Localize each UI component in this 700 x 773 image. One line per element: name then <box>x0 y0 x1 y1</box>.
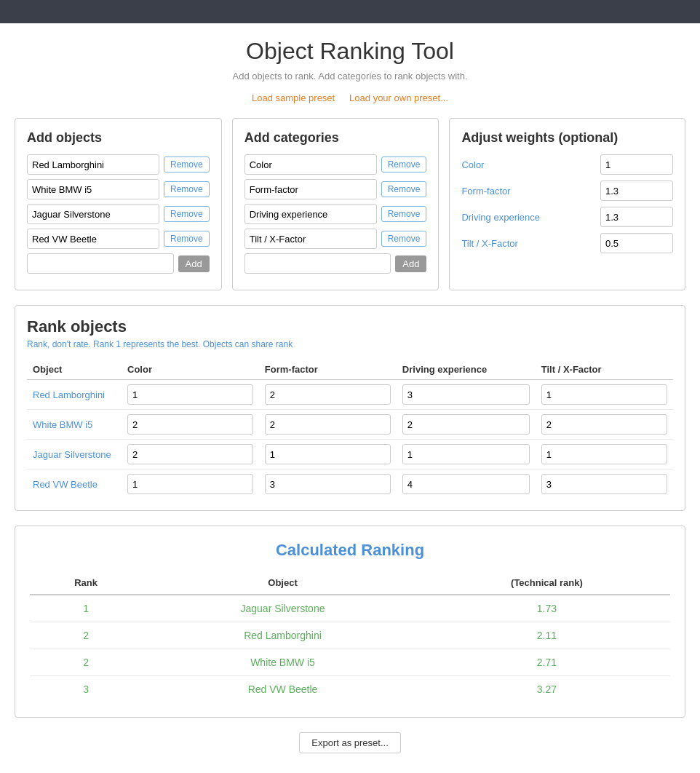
export-button[interactable]: Export as preset... <box>299 732 401 753</box>
table-row: Jaguar Silverstone <box>27 440 673 469</box>
add-categories-title: Add categories <box>244 130 427 146</box>
result-rank: 2 <box>30 649 142 676</box>
result-technical: 2.11 <box>423 622 670 649</box>
results-panel: Calculated Ranking Rank Object (Technica… <box>15 526 685 718</box>
col-object: Object <box>27 360 122 380</box>
weight-input[interactable] <box>600 154 673 175</box>
result-row: 3 Red VW Beetle 3.27 <box>30 676 670 703</box>
table-row: Red Lamborghini <box>27 380 673 410</box>
category-input[interactable] <box>244 229 377 249</box>
weight-label: Tilt / X-Factor <box>461 238 600 249</box>
object-name: Red Lamborghini <box>33 389 105 400</box>
object-input[interactable] <box>27 154 159 175</box>
add-category-button[interactable]: Add <box>395 255 426 272</box>
remove-object-button[interactable]: Remove <box>164 206 210 222</box>
rank-tbody: Red Lamborghini White BMW i5 Jaguar Silv… <box>27 380 673 499</box>
add-category-input[interactable] <box>244 253 391 274</box>
category-input[interactable] <box>244 204 377 224</box>
weight-label: Color <box>461 159 600 170</box>
table-row: Red VW Beetle <box>27 469 673 499</box>
col-tilt: Tilt / X-Factor <box>536 360 673 380</box>
object-row: Remove <box>27 154 210 175</box>
add-object-input[interactable] <box>27 253 174 274</box>
rank-tilt-input[interactable] <box>541 384 667 405</box>
col-form: Form-factor <box>259 360 397 380</box>
remove-category-button[interactable]: Remove <box>381 206 427 222</box>
category-row: Remove <box>244 154 427 175</box>
rank-driving-input[interactable] <box>402 444 530 464</box>
weight-input[interactable] <box>600 181 673 201</box>
rank-color-input[interactable] <box>127 474 253 494</box>
remove-category-button[interactable]: Remove <box>381 156 427 173</box>
page-subtitle: Add objects to rank. Add categories to r… <box>15 71 685 82</box>
add-object-button[interactable]: Add <box>178 255 210 272</box>
rank-driving-input[interactable] <box>402 414 530 435</box>
rank-form-input[interactable] <box>265 414 391 435</box>
result-technical: 3.27 <box>423 676 670 703</box>
weight-row: Tilt / X-Factor <box>461 233 673 253</box>
add-object-row: Add <box>27 253 210 274</box>
rank-objects-title: Rank objects <box>27 317 673 336</box>
result-rank: 2 <box>30 622 142 649</box>
add-categories-panel: Add categories Remove Remove Remove Remo… <box>232 118 440 290</box>
weights-list: Color Form-factor Driving experience Til… <box>461 154 673 253</box>
rank-form-input[interactable] <box>265 384 391 405</box>
rank-panel: Rank objects Rank, don't rate. Rank 1 re… <box>15 305 685 511</box>
page-title: Object Ranking Tool <box>15 38 685 65</box>
table-row: White BMW i5 <box>27 410 673 440</box>
remove-category-button[interactable]: Remove <box>381 181 427 197</box>
rank-tilt-input[interactable] <box>541 414 667 435</box>
rank-table: Object Color Form-factor Driving experie… <box>27 360 673 499</box>
rank-driving-input[interactable] <box>402 384 530 405</box>
rank-tilt-input[interactable] <box>541 444 667 464</box>
load-sample-link[interactable]: Load sample preset <box>252 92 335 103</box>
category-row: Remove <box>244 179 427 199</box>
rank-driving-input[interactable] <box>402 474 530 494</box>
object-name: Jaguar Silverstone <box>33 449 111 460</box>
weight-label: Driving experience <box>461 212 600 223</box>
load-own-link[interactable]: Load your own preset... <box>349 92 448 103</box>
weight-label: Form-factor <box>461 186 600 197</box>
results-col-object: Object <box>142 571 423 595</box>
results-title: Calculated Ranking <box>30 541 670 560</box>
add-category-row: Add <box>244 253 427 274</box>
rank-color-input[interactable] <box>127 414 253 435</box>
export-row: Export as preset... <box>15 732 685 753</box>
results-tbody: 1 Jaguar Silverstone 1.73 2 Red Lamborgh… <box>30 595 670 702</box>
rank-form-input[interactable] <box>265 444 391 464</box>
results-col-rank: Rank <box>30 571 142 595</box>
result-object: Red Lamborghini <box>142 622 423 649</box>
result-object: Jaguar Silverstone <box>142 595 423 622</box>
result-row: 1 Jaguar Silverstone 1.73 <box>30 595 670 622</box>
weight-row: Form-factor <box>461 181 673 201</box>
object-input[interactable] <box>27 229 159 249</box>
result-object: Red VW Beetle <box>142 676 423 703</box>
rank-color-input[interactable] <box>127 384 253 405</box>
category-row: Remove <box>244 204 427 224</box>
remove-category-button[interactable]: Remove <box>381 231 427 247</box>
objects-list: Remove Remove Remove Remove <box>27 154 210 249</box>
object-name: White BMW i5 <box>33 419 92 430</box>
rank-color-input[interactable] <box>127 444 253 464</box>
result-object: White BMW i5 <box>142 649 423 676</box>
result-technical: 2.71 <box>423 649 670 676</box>
result-row: 2 Red Lamborghini 2.11 <box>30 622 670 649</box>
rank-tilt-input[interactable] <box>541 474 667 494</box>
result-rank: 1 <box>30 595 142 622</box>
object-name: Red VW Beetle <box>33 479 98 490</box>
remove-object-button[interactable]: Remove <box>164 181 210 197</box>
object-input[interactable] <box>27 179 159 199</box>
remove-object-button[interactable]: Remove <box>164 156 210 173</box>
weight-row: Driving experience <box>461 207 673 227</box>
rank-form-input[interactable] <box>265 474 391 494</box>
weight-input[interactable] <box>600 233 673 253</box>
object-row: Remove <box>27 179 210 199</box>
result-row: 2 White BMW i5 2.71 <box>30 649 670 676</box>
object-input[interactable] <box>27 204 159 224</box>
add-objects-title: Add objects <box>27 130 210 146</box>
category-input[interactable] <box>244 154 377 175</box>
remove-object-button[interactable]: Remove <box>164 231 210 247</box>
category-input[interactable] <box>244 179 377 199</box>
weight-row: Color <box>461 154 673 175</box>
weight-input[interactable] <box>600 207 673 227</box>
